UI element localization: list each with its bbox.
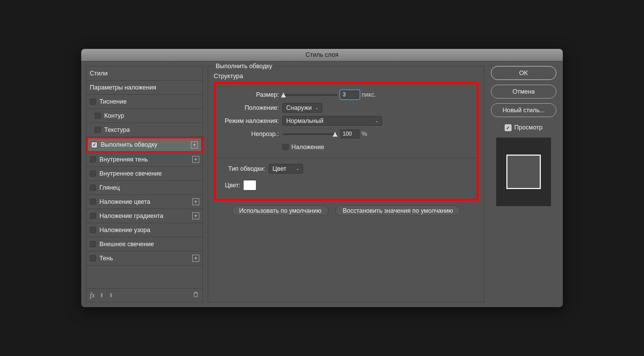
color-row: Цвет: [224, 179, 468, 192]
style-list: Стили Параметры наложения Тиснение Конту… [86, 66, 203, 289]
checkbox-icon[interactable] [90, 213, 96, 219]
checkbox-icon[interactable] [95, 127, 101, 133]
dialog-title: Стиль слоя [305, 51, 339, 59]
size-label: Размер: [224, 91, 279, 98]
sidebar-item-outer-glow[interactable]: Внешнее свечение [86, 237, 203, 251]
sidebar-item-pattern-overlay[interactable]: Наложение узора [86, 223, 203, 237]
checkbox-icon[interactable] [90, 98, 96, 105]
position-select[interactable]: Снаружи ⌄ [282, 103, 322, 113]
sidebar-item-satin[interactable]: Глянец [86, 181, 203, 195]
checkbox-icon[interactable] [90, 255, 96, 261]
position-label: Положение: [224, 104, 279, 112]
stroke-fieldset: Выполнить обводку Структура Размер: пикс… [208, 66, 484, 302]
trash-icon[interactable] [192, 291, 199, 300]
blend-mode-select[interactable]: Нормальный ⌄ [282, 116, 382, 126]
preview-checkbox-row[interactable]: Просмотр [505, 124, 543, 131]
sidebar-item-texture[interactable]: Текстура [86, 123, 203, 137]
structure-legend: Структура [214, 73, 479, 80]
preview-label: Просмотр [514, 124, 543, 131]
sidebar-item-stroke[interactable]: Выполнить обводку + [86, 137, 203, 153]
checkbox-icon[interactable] [91, 142, 97, 148]
dialog-content: Стили Параметры наложения Тиснение Конту… [81, 61, 563, 307]
checkbox-icon[interactable] [90, 241, 96, 247]
layer-style-dialog: Стиль слоя Стили Параметры наложения Тис… [81, 49, 563, 307]
arrow-down-icon[interactable]: ⬇ [109, 292, 113, 299]
fill-type-row: Тип обводки: Цвет ⌄ [224, 162, 468, 175]
sidebar-header-blending[interactable]: Параметры наложения [86, 81, 203, 95]
checkbox-icon[interactable] [90, 170, 96, 177]
checkbox-icon[interactable] [505, 124, 512, 131]
ok-button[interactable]: OK [491, 66, 556, 80]
sidebar-item-contour[interactable]: Контур [86, 109, 203, 123]
size-slider[interactable] [282, 91, 337, 98]
fx-icon[interactable]: fx [90, 291, 95, 299]
overprint-row: Наложение [224, 140, 468, 154]
size-input[interactable] [340, 90, 359, 99]
new-style-button[interactable]: Новый стиль... [491, 103, 556, 117]
chevron-down-icon: ⌄ [296, 166, 299, 171]
plus-icon[interactable]: + [192, 198, 199, 205]
highlighted-region: Размер: пикс. Положение: Снаружи [214, 82, 479, 201]
color-label: Цвет: [224, 182, 240, 189]
fieldset-legend: Выполнить обводку [214, 63, 274, 70]
make-default-button[interactable]: Использовать по умолчанию [232, 206, 329, 216]
opacity-unit: % [362, 130, 367, 138]
arrow-up-icon[interactable]: ⬆ [99, 292, 104, 299]
chevron-down-icon: ⌄ [315, 105, 319, 110]
structure-group: Структура Размер: пикс. По [214, 69, 479, 201]
sidebar-footer: fx ⬆ ⬇ [86, 289, 203, 302]
sidebar-item-color-overlay[interactable]: Наложение цвета + [86, 195, 203, 209]
checkbox-icon[interactable] [90, 185, 96, 191]
checkbox-icon[interactable] [90, 156, 96, 163]
default-buttons: Использовать по умолчанию Восстановить з… [214, 202, 479, 219]
blend-mode-row: Режим наложения: Нормальный ⌄ [224, 114, 468, 127]
title-bar[interactable]: Стиль слоя [81, 49, 563, 61]
plus-icon[interactable]: + [191, 142, 198, 148]
position-row: Положение: Снаружи ⌄ [224, 101, 468, 114]
size-unit: пикс. [362, 91, 376, 98]
plus-icon[interactable]: + [192, 212, 199, 219]
plus-icon[interactable]: + [192, 156, 199, 163]
sidebar-item-bevel[interactable]: Тиснение [86, 95, 203, 109]
fill-type-label: Тип обводки: [224, 165, 265, 172]
sidebar-item-drop-shadow[interactable]: Тень + [86, 251, 203, 265]
reset-default-button[interactable]: Восстановить значения по умолчанию [335, 206, 460, 216]
main-panel: Выполнить обводку Структура Размер: пикс… [208, 66, 484, 302]
overprint-label: Наложение [291, 144, 324, 151]
checkbox-icon[interactable] [95, 113, 101, 119]
fill-type-select[interactable]: Цвет ⌄ [269, 164, 303, 174]
preview-thumbnail [496, 137, 551, 206]
right-panel: OK Отмена Новый стиль... Просмотр [489, 66, 558, 302]
size-row: Размер: пикс. [224, 88, 468, 101]
sidebar-header-styles[interactable]: Стили [86, 66, 203, 81]
blend-mode-label: Режим наложения: [224, 117, 279, 125]
sidebar-item-inner-shadow[interactable]: Внутренняя тень + [86, 153, 203, 167]
divider [216, 158, 476, 158]
sidebar-item-gradient-overlay[interactable]: Наложение градиента + [86, 209, 203, 223]
sidebar-item-inner-glow[interactable]: Внутреннее свечение [86, 167, 203, 181]
chevron-down-icon: ⌄ [375, 118, 378, 123]
checkbox-icon[interactable] [90, 227, 96, 233]
opacity-input[interactable] [340, 129, 359, 138]
opacity-slider[interactable] [282, 130, 337, 137]
opacity-row: Непрозр.: % [224, 127, 468, 140]
plus-icon[interactable]: + [192, 255, 199, 262]
overprint-checkbox[interactable] [282, 144, 289, 150]
preview-swatch [506, 155, 541, 189]
sidebar: Стили Параметры наложения Тиснение Конту… [86, 66, 203, 302]
cancel-button[interactable]: Отмена [491, 85, 556, 98]
opacity-label: Непрозр.: [224, 130, 279, 138]
color-swatch[interactable] [243, 180, 256, 190]
checkbox-icon[interactable] [90, 199, 96, 205]
